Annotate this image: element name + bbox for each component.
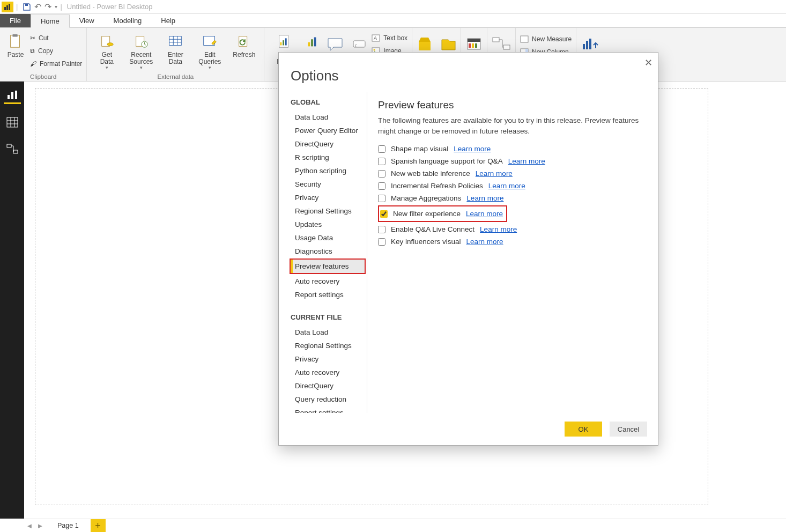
publish-icon[interactable]: [581, 35, 599, 53]
marketplace-icon[interactable]: [417, 35, 433, 53]
qat-dropdown-icon[interactable]: ▾: [55, 4, 57, 10]
options-nav-item[interactable]: Security: [291, 178, 365, 191]
learn-more-link[interactable]: Learn more: [466, 194, 503, 202]
measure-icon: [520, 35, 529, 43]
options-nav-item[interactable]: Updates: [291, 218, 365, 231]
learn-more-link[interactable]: Learn more: [476, 169, 513, 178]
feature-checkbox[interactable]: [378, 170, 385, 178]
relationships-icon[interactable]: [492, 35, 511, 53]
separator: |: [60, 3, 62, 11]
group-label-external: External data: [91, 72, 259, 80]
add-page-button[interactable]: +: [91, 519, 106, 533]
enter-data-button[interactable]: Enter Data: [160, 30, 191, 65]
learn-more-link[interactable]: Learn more: [508, 157, 545, 165]
new-measure-label: New Measure: [532, 35, 572, 43]
theme-icon[interactable]: [465, 35, 483, 53]
options-nav-item[interactable]: Regional Settings: [291, 204, 365, 218]
paste-button[interactable]: Paste: [4, 30, 27, 58]
feature-checkbox[interactable]: [378, 145, 385, 153]
save-icon[interactable]: [23, 3, 31, 11]
svg-rect-17: [285, 38, 287, 45]
feature-label: Shape map visual: [391, 145, 448, 153]
cancel-button[interactable]: Cancel: [610, 422, 647, 437]
refresh-button[interactable]: Refresh: [228, 30, 259, 58]
new-measure-button[interactable]: New Measure: [520, 33, 572, 45]
copy-button[interactable]: ⧉Copy: [30, 45, 82, 57]
tab-help[interactable]: Help: [151, 14, 185, 27]
options-nav-item[interactable]: Auto recovery: [291, 366, 365, 379]
feature-checkbox[interactable]: [378, 195, 385, 202]
options-nav-item[interactable]: Privacy: [291, 352, 365, 366]
learn-more-link[interactable]: Learn more: [466, 210, 503, 218]
tab-modeling[interactable]: Modeling: [104, 14, 152, 27]
options-nav-item[interactable]: Data Load: [291, 110, 365, 124]
svg-text:A: A: [374, 35, 377, 41]
section-global: GLOBAL: [291, 98, 365, 106]
svg-point-6: [107, 43, 113, 46]
options-nav-item[interactable]: Diagnostics: [291, 245, 365, 258]
recent-sources-button[interactable]: Recent Sources: [125, 30, 157, 71]
enter-data-label: Enter Data: [168, 51, 183, 65]
get-data-button[interactable]: Get Data: [91, 30, 122, 71]
model-view-button[interactable]: [4, 141, 21, 158]
buttons-icon[interactable]: [352, 38, 367, 50]
options-content: Preview features The following features …: [367, 92, 658, 413]
app-icon: [2, 2, 13, 12]
window-title: Untitled - Power BI Desktop: [67, 3, 153, 11]
feature-row: Enable Q&A Live ConnectLearn more: [378, 223, 647, 235]
feature-row: Key influencers visualLearn more: [378, 235, 647, 248]
tab-file[interactable]: File: [0, 14, 31, 27]
dialog-title: Options: [279, 53, 658, 92]
cut-button[interactable]: ✂Cut: [30, 32, 82, 44]
refresh-label: Refresh: [233, 51, 255, 58]
text-box-button[interactable]: AText box: [372, 32, 407, 44]
report-view-button[interactable]: [4, 87, 21, 104]
options-nav-item[interactable]: DirectQuery: [291, 137, 365, 151]
options-nav-item[interactable]: Auto recovery: [291, 275, 365, 288]
ribbon-tabs: File Home View Modeling Help: [0, 14, 786, 28]
options-nav-item[interactable]: Regional Settings: [291, 339, 365, 352]
learn-more-link[interactable]: Learn more: [454, 145, 491, 153]
options-nav-item[interactable]: Data Load: [291, 326, 365, 339]
ask-question-icon[interactable]: [327, 36, 345, 53]
feature-label: Key influencers visual: [391, 238, 461, 246]
options-nav-item[interactable]: R scripting: [291, 151, 365, 164]
tab-home[interactable]: Home: [31, 14, 70, 28]
ok-button[interactable]: OK: [565, 422, 602, 437]
svg-rect-3: [25, 4, 28, 6]
options-nav-item[interactable]: Preview features: [291, 260, 365, 273]
options-nav-item[interactable]: Usage Data: [291, 231, 365, 245]
svg-rect-40: [11, 92, 13, 99]
copy-label: Copy: [38, 47, 53, 55]
tab-scroll-left[interactable]: ◄: [24, 522, 35, 530]
options-nav-item[interactable]: Report settings: [291, 406, 365, 413]
svg-rect-47: [7, 144, 11, 147]
feature-label: New filter experience: [393, 210, 461, 218]
options-nav-item[interactable]: DirectQuery: [291, 379, 365, 393]
options-nav-item[interactable]: Report settings: [291, 288, 365, 301]
page-tab-1[interactable]: Page 1: [46, 519, 91, 533]
tab-view[interactable]: View: [70, 14, 104, 27]
options-nav-item[interactable]: Power Query Editor: [291, 124, 365, 137]
feature-checkbox[interactable]: [378, 182, 385, 190]
close-icon[interactable]: ✕: [644, 57, 652, 69]
feature-checkbox[interactable]: [378, 226, 385, 233]
redo-icon[interactable]: ↷: [45, 2, 51, 12]
edit-queries-button[interactable]: Edit Queries: [194, 30, 225, 71]
format-painter-button[interactable]: 🖌Format Painter: [30, 58, 82, 70]
data-view-button[interactable]: [4, 114, 21, 131]
feature-checkbox[interactable]: [380, 210, 388, 218]
learn-more-link[interactable]: Learn more: [488, 182, 525, 190]
learn-more-link[interactable]: Learn more: [480, 225, 517, 233]
feature-checkbox[interactable]: [378, 238, 385, 246]
recent-sources-label: Recent Sources: [129, 51, 153, 65]
content-description: The following features are available for…: [378, 115, 647, 136]
options-nav-item[interactable]: Query reduction: [291, 393, 365, 406]
undo-icon[interactable]: ↶: [34, 2, 41, 12]
options-nav-item[interactable]: Python scripting: [291, 164, 365, 178]
feature-checkbox[interactable]: [378, 158, 385, 165]
tab-scroll-right[interactable]: ►: [35, 522, 46, 530]
learn-more-link[interactable]: Learn more: [466, 238, 503, 246]
options-nav-item[interactable]: Privacy: [291, 191, 365, 204]
from-file-icon[interactable]: [440, 35, 456, 53]
